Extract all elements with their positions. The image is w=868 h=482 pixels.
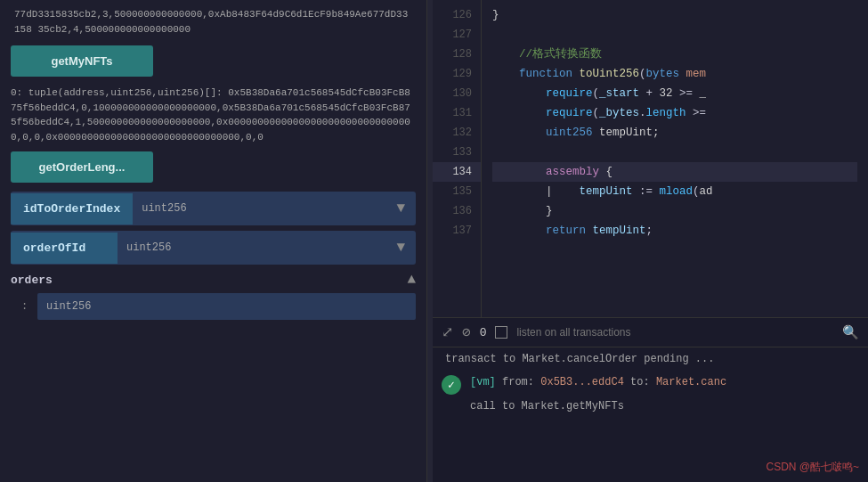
line-num-128: 128 bbox=[433, 45, 481, 64]
right-panel: 126 127 128 129 130 131 132 133 134 135 … bbox=[433, 0, 868, 482]
code-line-130: require(_start + 32 >= _ bbox=[492, 84, 857, 103]
code-line-126: } bbox=[492, 5, 857, 25]
code-line-136: } bbox=[492, 201, 857, 221]
code-line-134: assembly { bbox=[492, 162, 857, 182]
code-line-133 bbox=[492, 143, 857, 162]
code-line-137: return tempUint; bbox=[492, 221, 857, 241]
get-mynfts-button[interactable]: getMyNFTs bbox=[11, 45, 153, 77]
line-num-136: 136 bbox=[433, 201, 481, 221]
order-of-id-type: uint256 bbox=[118, 233, 385, 263]
code-line-127 bbox=[492, 25, 857, 45]
code-line-128: //格式转换函数 bbox=[492, 45, 857, 64]
order-of-id-chevron-icon[interactable]: ▼ bbox=[385, 231, 416, 265]
line-num-129: 129 bbox=[433, 64, 481, 84]
orders-section-title: orders bbox=[11, 274, 53, 287]
code-line-132: uint256 tempUint; bbox=[492, 123, 857, 143]
line-numbers: 126 127 128 129 130 131 132 133 134 135 … bbox=[433, 0, 482, 317]
hash-text: 77dD3315835cb2,3,500000000000000,0xAb848… bbox=[11, 7, 416, 37]
line-num-127: 127 bbox=[433, 25, 481, 45]
search-input[interactable] bbox=[516, 326, 833, 339]
line-num-133: 133 bbox=[433, 143, 481, 162]
line-num-132: 132 bbox=[433, 123, 481, 143]
line-num-134: 134 bbox=[433, 162, 481, 182]
result-value: tuple(address,uint256,uint256)[]: 0x5B38… bbox=[11, 87, 410, 143]
console-count: 0 bbox=[480, 326, 487, 339]
from-value: 0x5B3...eddC4 bbox=[540, 376, 624, 388]
code-line-129: function toUint256(bytes mem bbox=[492, 64, 857, 84]
orders-section-header: orders ▲ bbox=[11, 272, 416, 288]
line-num-135: 135 bbox=[433, 182, 481, 201]
orders-sub-row: : uint256 bbox=[11, 293, 416, 320]
console-area: ⤢ ⊘ 0 🔍 transact to Market.cancelOrder p… bbox=[433, 317, 868, 482]
expand-icon[interactable]: ⤢ bbox=[442, 323, 453, 341]
vm-message-text: [vm] from: 0x5B3...eddC4 to: Market.canc bbox=[470, 374, 726, 390]
csdn-watermark: CSDN @酷七啵鸣~ bbox=[766, 460, 859, 475]
call-message: call to Market.getMyNFTs bbox=[470, 400, 859, 413]
order-of-id-label: orderOfId bbox=[11, 233, 118, 264]
line-num-137: 137 bbox=[433, 221, 481, 241]
sub-colon: : bbox=[21, 300, 30, 313]
from-label: from: bbox=[502, 376, 534, 388]
left-panel: 77dD3315835cb2,3,500000000000000,0xAb848… bbox=[0, 0, 427, 482]
orders-sub-type: uint256 bbox=[37, 293, 416, 320]
listen-checkbox[interactable] bbox=[495, 326, 507, 339]
line-num-130: 130 bbox=[433, 84, 481, 103]
vm-label: [vm] bbox=[470, 376, 496, 388]
order-of-id-row: orderOfId uint256 ▼ bbox=[11, 231, 416, 265]
code-lines: } //格式转换函数 function toUint256(bytes mem … bbox=[482, 0, 868, 317]
check-icon: ✓ bbox=[442, 375, 461, 395]
id-to-order-index-type: uint256 bbox=[133, 193, 385, 224]
code-editor: 126 127 128 129 130 131 132 133 134 135 … bbox=[433, 0, 868, 317]
id-to-order-chevron-icon[interactable]: ▼ bbox=[385, 192, 416, 225]
id-to-order-index-label: idToOrderIndex bbox=[11, 193, 133, 225]
console-toolbar: ⤢ ⊘ 0 🔍 bbox=[433, 318, 868, 347]
result-label: 0: tuple(address,uint256,uint256)[]: 0x5… bbox=[11, 86, 416, 144]
block-icon[interactable]: ⊘ bbox=[462, 323, 471, 341]
code-line-131: require(_bytes.length >= bbox=[492, 103, 857, 123]
line-num-126: 126 bbox=[433, 5, 481, 25]
to-label: to: bbox=[630, 376, 650, 388]
line-num-131: 131 bbox=[433, 103, 481, 123]
search-icon[interactable]: 🔍 bbox=[842, 324, 859, 341]
get-order-length-button[interactable]: getOrderLeng... bbox=[11, 151, 153, 183]
to-value: Market.canc bbox=[656, 376, 726, 388]
result-prefix: 0: bbox=[11, 87, 22, 98]
code-line-135: | tempUint := mload(ad bbox=[492, 182, 857, 201]
success-message: ✓ [vm] from: 0x5B3...eddC4 to: Market.ca… bbox=[442, 374, 859, 395]
pending-message: transact to Market.cancelOrder pending .… bbox=[442, 353, 859, 365]
id-to-order-index-row: idToOrderIndex uint256 ▼ bbox=[11, 192, 416, 225]
orders-collapse-icon[interactable]: ▲ bbox=[407, 272, 416, 288]
